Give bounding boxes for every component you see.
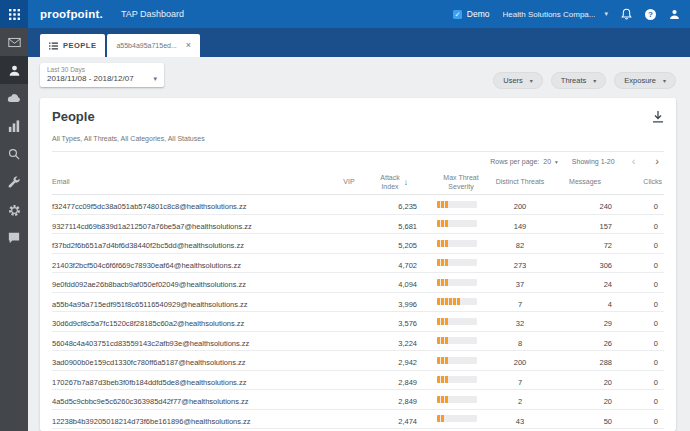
prev-page-button[interactable]: ‹ — [629, 156, 639, 167]
cell-distinct-threats: 43 — [492, 410, 548, 428]
table-row[interactable]: 56048c4a403751cd83559143c2afb93e@healths… — [52, 332, 664, 352]
cell-clicks: 0 — [636, 351, 664, 369]
cell-clicks: 0 — [636, 390, 664, 408]
column-header-distinct-threats[interactable]: Distinct Threats — [492, 178, 548, 187]
cell-distinct-threats: 7 — [492, 371, 548, 389]
sidebar-item-settings[interactable] — [0, 196, 28, 224]
column-header-messages[interactable]: Messages — [548, 178, 636, 187]
table-row[interactable]: 9327114cd69b839d1a212507a76be5a7@healths… — [52, 215, 664, 235]
cell-distinct-threats: 200 — [492, 195, 548, 213]
table-row[interactable]: 3ad0900b0e159cd1330fc780ff6a5187@healths… — [52, 351, 664, 371]
cell-max-threat-severity — [430, 415, 492, 422]
sidebar-item-reports[interactable] — [0, 112, 28, 140]
rows-per-page-select[interactable]: Rows per page: 20 ▾ — [490, 158, 558, 165]
download-button[interactable] — [652, 110, 664, 123]
table-row[interactable]: f37bd2f6b651a7d4bf6d38440f2bc5dd@healths… — [52, 234, 664, 254]
severity-bar — [437, 279, 477, 286]
cell-max-threat-severity — [430, 259, 492, 266]
cell-clicks: 0 — [636, 293, 664, 311]
cell-distinct-threats: 7 — [492, 293, 548, 311]
cell-distinct-threats: 273 — [492, 254, 548, 272]
table-row[interactable]: a55b4a95a715edf951f8c65116540929@healths… — [52, 293, 664, 313]
app-grid-button[interactable] — [0, 0, 28, 28]
threats-filter-button[interactable]: Threats ▾ — [551, 72, 606, 89]
sidebar-item-feedback[interactable] — [0, 224, 28, 252]
table-row[interactable]: f32477cc09f5dc38a051ab574801c8c8@healths… — [52, 195, 664, 215]
date-range-picker[interactable]: Last 30 Days 2018/11/08 - 2018/12/07 ▾ — [40, 63, 164, 87]
cell-max-threat-severity — [430, 279, 492, 286]
cell-attack-index: 6,235 — [358, 195, 430, 213]
cell-messages: 4 — [548, 293, 636, 311]
tab-person-detail[interactable]: a55b4a95a715ed... × — [107, 34, 200, 57]
column-header-vip[interactable]: VIP — [340, 178, 358, 187]
table-row[interactable]: 12238b4b39205018214d73f6be161896@healths… — [52, 410, 664, 430]
account-name[interactable]: Health Solutions Compa... — [503, 10, 596, 19]
cell-messages: 288 — [548, 351, 636, 369]
cell-clicks: 0 — [636, 312, 664, 330]
cell-clicks: 0 — [636, 332, 664, 350]
wrench-icon — [8, 176, 20, 188]
cell-max-threat-severity — [430, 318, 492, 325]
table-row[interactable]: 30d6d9cf8c5a7fc1520c8f28185c60a2@healths… — [52, 312, 664, 332]
cell-email: 9e0fdd092ae26b8bacb9af050ef02049@healths… — [52, 273, 340, 291]
sidebar-item-tools[interactable] — [0, 168, 28, 196]
severity-bar — [437, 376, 477, 383]
page-title: People — [52, 109, 95, 124]
column-header-max-threat-severity[interactable]: Max ThreatSeverity — [430, 174, 492, 192]
exposure-filter-button[interactable]: Exposure ▾ — [614, 72, 676, 89]
cell-max-threat-severity — [430, 396, 492, 403]
severity-bar — [437, 396, 477, 403]
notifications-button[interactable] — [621, 8, 632, 20]
cell-distinct-threats: 32 — [492, 312, 548, 330]
pagination-bar: Rows per page: 20 ▾ Showing 1-20 ‹ › — [52, 151, 664, 171]
sidebar-item-cloud[interactable] — [0, 84, 28, 112]
cell-email: 9327114cd69b839d1a212507a76be5a7@healths… — [52, 215, 340, 233]
cell-clicks: 0 — [636, 254, 664, 272]
cell-distinct-threats: 2 — [492, 390, 548, 408]
app-title: TAP Dashboard — [121, 9, 184, 19]
cell-attack-index: 5,205 — [358, 234, 430, 252]
tab-strip: PEOPLE a55b4a95a715ed... × — [28, 28, 690, 57]
help-button[interactable]: ? — [645, 9, 656, 20]
rows-per-page-value: 20 — [543, 158, 551, 165]
demo-toggle[interactable]: ✓ Demo — [453, 9, 490, 19]
cell-email: 12238b4b39205018214d73f6be161896@healths… — [52, 410, 340, 428]
cell-max-threat-severity — [430, 357, 492, 364]
people-card: People All Types, All Threats, All Categ… — [40, 98, 676, 431]
sidebar-item-people[interactable] — [0, 56, 28, 84]
next-page-button[interactable]: › — [652, 156, 662, 167]
user-menu-button[interactable] — [669, 9, 680, 20]
column-header-email[interactable]: Email — [52, 178, 340, 187]
severity-bar — [437, 298, 477, 305]
severity-bar — [437, 357, 477, 364]
tab-people[interactable]: PEOPLE — [40, 34, 105, 57]
sidebar-item-mail[interactable] — [0, 28, 28, 56]
users-filter-button[interactable]: Users ▾ — [493, 72, 543, 89]
cell-email: 30d6d9cf8c5a7fc1520c8f28185c60a2@healths… — [52, 312, 340, 330]
cell-email: 4a5d5c9cbbc9e5c6260c363985d42f77@healths… — [52, 390, 340, 408]
column-header-attack-index[interactable]: AttackIndex ↓ — [358, 174, 430, 192]
table-row[interactable]: 170267b7a87d3beb3f0fb184ddfd5de8@healths… — [52, 371, 664, 391]
exposure-filter-label: Exposure — [624, 76, 656, 85]
download-icon — [652, 110, 664, 123]
tab-people-label: PEOPLE — [63, 41, 96, 50]
rows-per-page-label: Rows per page: — [490, 158, 539, 165]
cell-messages: 26 — [548, 332, 636, 350]
filters-row: Last 30 Days 2018/11/08 - 2018/12/07 ▾ U… — [40, 63, 676, 89]
waffle-icon — [9, 9, 20, 20]
page-content: Last 30 Days 2018/11/08 - 2018/12/07 ▾ U… — [28, 57, 690, 431]
cell-messages: 306 — [548, 254, 636, 272]
close-icon[interactable]: × — [186, 41, 191, 50]
top-bar: proofpoint. TAP Dashboard ✓ Demo Health … — [0, 0, 690, 28]
cell-email: 170267b7a87d3beb3f0fb184ddfd5de8@healths… — [52, 371, 340, 389]
sort-descending-icon: ↓ — [404, 178, 408, 188]
demo-checkbox-icon[interactable]: ✓ — [453, 10, 462, 19]
table-row[interactable]: 9e0fdd092ae26b8bacb9af050ef02049@healths… — [52, 273, 664, 293]
table-row[interactable]: 21403f2bcf504c6f6f669c78930eaf64@healths… — [52, 254, 664, 274]
date-range-label: Last 30 Days — [47, 66, 157, 73]
cell-max-threat-severity — [430, 298, 492, 305]
sidebar-item-search[interactable] — [0, 140, 28, 168]
table-row[interactable]: 4a5d5c9cbbc9e5c6260c363985d42f77@healths… — [52, 390, 664, 410]
account-caret-icon[interactable]: ▾ — [604, 10, 608, 18]
column-header-clicks[interactable]: Clicks — [636, 178, 664, 187]
